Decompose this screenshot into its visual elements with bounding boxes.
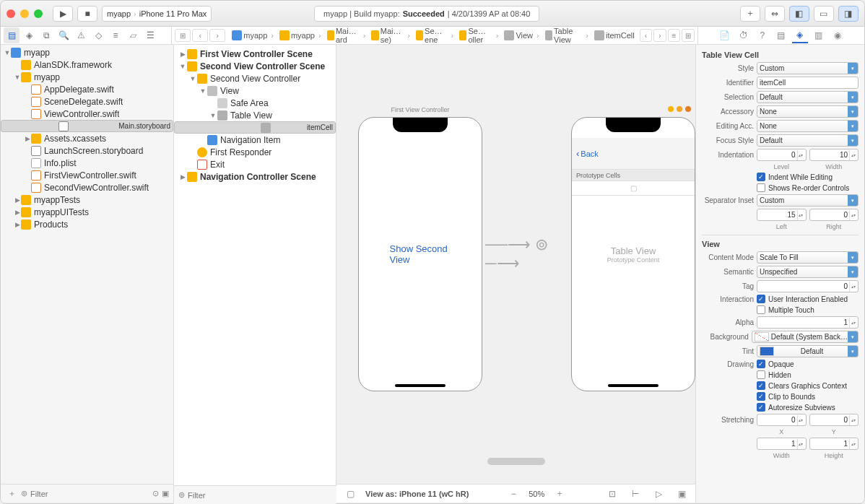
zoom-in-button[interactable]: ＋ (552, 487, 568, 500)
recent-filter-icon[interactable]: ⊙ (152, 489, 159, 498)
breadcrumb-5[interactable]: Se…oller (457, 27, 500, 44)
autoresize-checkbox[interactable]: Autoresize Subviews (757, 403, 835, 412)
forward-button[interactable]: › (209, 29, 225, 42)
horizontal-scrollbar[interactable] (487, 458, 545, 465)
prev-issue-button[interactable]: ‹ (640, 29, 653, 42)
file-viewcontroller-swift[interactable]: ViewController.swift (1, 108, 173, 120)
add-file-button[interactable]: ＋ (5, 487, 18, 500)
tree-root[interactable]: ▼myapp (1, 46, 173, 58)
stretch-x-input[interactable]: 0▴▾ (757, 414, 807, 426)
zoom-window[interactable] (34, 9, 43, 18)
back-button[interactable]: ‹ (192, 29, 208, 42)
storyboard-canvas[interactable]: First View Controller Show Second View ─… (336, 45, 695, 503)
shows-reorder-checkbox[interactable]: Shows Re-order Controls (757, 183, 849, 192)
file-inspector-icon[interactable]: 📄 (717, 27, 733, 43)
selection-select[interactable]: Default▾ (757, 91, 859, 103)
minimize-window[interactable] (20, 9, 29, 18)
breadcrumb-0[interactable]: myapp (230, 30, 276, 40)
breadcrumb-6[interactable]: View (502, 30, 541, 40)
segue-arrow-icon[interactable]: ──⟶ ⊚ ─⟶ (485, 235, 568, 273)
outline-navigation-controller-scene[interactable]: ▶Navigation Controller Scene (174, 170, 336, 183)
outline-view[interactable]: ▼View (174, 84, 336, 97)
editing-acc-select[interactable]: None▾ (757, 120, 859, 132)
opaque-checkbox[interactable]: Opaque (757, 360, 794, 368)
alpha-input[interactable]: 1▴▾ (757, 316, 859, 329)
file-info-plist[interactable]: Info.plist (1, 157, 173, 169)
focus-style-select[interactable]: Default▾ (757, 134, 859, 147)
view-as-label[interactable]: View as: iPhone 11 (wC hR) (365, 490, 469, 498)
sep-right-input[interactable]: 0▴▾ (809, 209, 859, 221)
file-scenedelegate-swift[interactable]: SceneDelegate.swift (1, 95, 173, 108)
stop-button[interactable]: ■ (77, 6, 97, 22)
history-inspector-icon[interactable]: ⏱ (736, 27, 752, 43)
identity-inspector-icon[interactable]: ▤ (773, 27, 789, 43)
code-review-button[interactable]: ⇔ (765, 6, 785, 22)
outline-navigation-item[interactable]: Navigation Item (174, 134, 336, 146)
clears-checkbox[interactable]: Clears Graphics Context (757, 381, 847, 390)
breadcrumb-4[interactable]: Se…ene (414, 27, 456, 44)
outline-first-view-controller-scene[interactable]: ▶First View Controller Scene (174, 48, 336, 60)
add-editor-icon[interactable]: ⊞ (682, 29, 695, 42)
stretch-h-input[interactable]: 1▴▾ (809, 438, 859, 450)
content-mode-select[interactable]: Scale To Fill▾ (757, 251, 859, 264)
connections-inspector-icon[interactable]: ◉ (830, 27, 846, 43)
test-navigator-icon[interactable]: ◇ (90, 27, 106, 43)
close-window[interactable] (6, 9, 15, 18)
file-myappuitests[interactable]: ▶myappUITests (1, 206, 173, 218)
report-navigator-icon[interactable]: ☰ (142, 27, 158, 43)
outline-itemcell[interactable]: itemCell (174, 121, 336, 134)
file-firstviewcontroller-swift[interactable]: FirstViewController.swift (1, 169, 173, 181)
file-alansdk-framework[interactable]: AlanSDK.framework (1, 58, 173, 71)
outline-second-view-controller-scene[interactable]: ▼Second View Controller Scene (174, 60, 336, 72)
breadcrumb-3[interactable]: Mai…se) (369, 27, 412, 44)
run-button[interactable]: ▶ (53, 6, 73, 22)
scheme-selector[interactable]: myapp › iPhone 11 Pro Max (102, 6, 212, 22)
background-select[interactable]: Default (System Back…▾ (752, 331, 859, 343)
find-navigator-icon[interactable]: 🔍 (56, 27, 71, 43)
align-icon[interactable]: ⊡ (604, 487, 620, 500)
multiple-touch-checkbox[interactable]: Multiple Touch (757, 305, 814, 314)
show-second-view-button[interactable]: Show Second View (390, 243, 451, 265)
stretch-y-input[interactable]: 0▴▾ (809, 414, 859, 426)
embed-icon[interactable]: ▣ (674, 487, 690, 500)
device-config-icon[interactable]: ▢ (342, 487, 358, 500)
identifier-input[interactable] (757, 77, 859, 89)
toggle-debug-button[interactable]: ▭ (814, 6, 834, 22)
style-select[interactable]: Custom▾ (757, 62, 859, 74)
help-inspector-icon[interactable]: ? (755, 27, 770, 43)
breadcrumb-8[interactable]: itemCell (592, 30, 637, 40)
outline-second-view-controller[interactable]: ▼Second View Controller (174, 72, 336, 84)
zoom-out-button[interactable]: − (505, 487, 521, 500)
accessory-select[interactable]: None▾ (757, 105, 859, 118)
hidden-checkbox[interactable]: Hidden (757, 370, 791, 379)
breakpoint-navigator-icon[interactable]: ▱ (125, 27, 141, 43)
adjust-editor-icon[interactable]: ≡ (668, 29, 681, 42)
file-launchscreen-storyboard[interactable]: LaunchScreen.storyboard (1, 144, 173, 157)
resolve-icon[interactable]: ▷ (651, 487, 666, 500)
issue-navigator-icon[interactable]: ⚠ (73, 27, 89, 43)
prototype-cell[interactable]: ▢ (572, 181, 695, 196)
tint-select[interactable]: Default▾ (757, 345, 859, 357)
outline-exit[interactable]: Exit (174, 158, 336, 170)
phone-preview-2[interactable]: ‹Back Prototype Cells ▢ Table View Proto… (571, 117, 695, 391)
outline-first-responder[interactable]: First Responder (174, 146, 336, 158)
next-issue-button[interactable]: › (653, 29, 666, 42)
scm-filter-icon[interactable]: ▣ (162, 489, 169, 498)
breadcrumb-7[interactable]: Table View (543, 27, 591, 44)
file-appdelegate-swift[interactable]: AppDelegate.swift (1, 83, 173, 95)
file-main-storyboard[interactable]: Main.storyboard (1, 120, 173, 132)
toggle-inspector-button[interactable]: ◨ (838, 6, 859, 22)
outline-filter-input[interactable] (188, 491, 332, 500)
project-navigator-icon[interactable]: ▤ (4, 27, 19, 43)
phone-preview-1[interactable]: Show Second View (358, 117, 482, 391)
file-secondviewcontroller-swift[interactable]: SecondViewController.swift (1, 181, 173, 194)
debug-navigator-icon[interactable]: ≡ (108, 27, 123, 43)
pin-icon[interactable]: ⊢ (627, 487, 643, 500)
symbol-navigator-icon[interactable]: ⧉ (38, 27, 54, 43)
file-myapp[interactable]: ▼myapp (1, 71, 173, 83)
size-inspector-icon[interactable]: ▥ (811, 27, 827, 43)
semantic-select[interactable]: Unspecified▾ (757, 266, 859, 278)
tag-input[interactable]: 0▴▾ (757, 280, 859, 292)
breadcrumb-2[interactable]: Mai…ard (325, 27, 368, 44)
clip-checkbox[interactable]: Clip to Bounds (757, 392, 815, 401)
